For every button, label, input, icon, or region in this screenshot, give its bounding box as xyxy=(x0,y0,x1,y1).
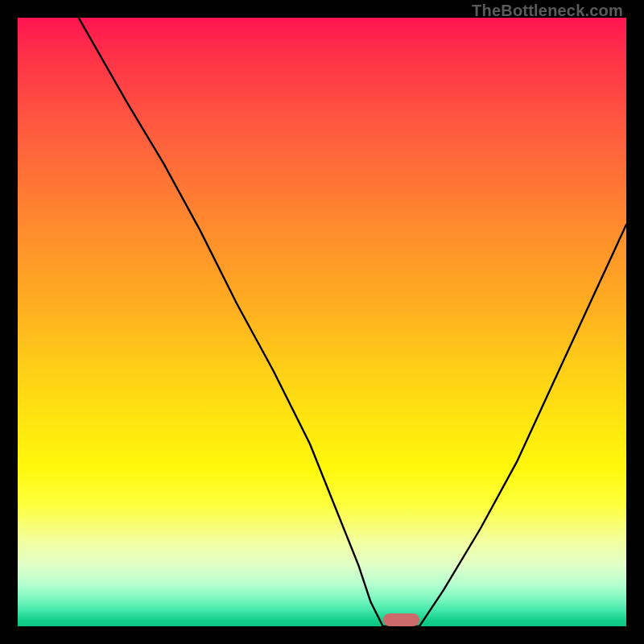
bottleneck-curve xyxy=(18,18,626,626)
chart-frame: TheBottleneck.com xyxy=(0,0,644,644)
curve-path xyxy=(79,18,626,626)
optimal-marker xyxy=(383,613,419,626)
plot-area xyxy=(18,18,626,626)
